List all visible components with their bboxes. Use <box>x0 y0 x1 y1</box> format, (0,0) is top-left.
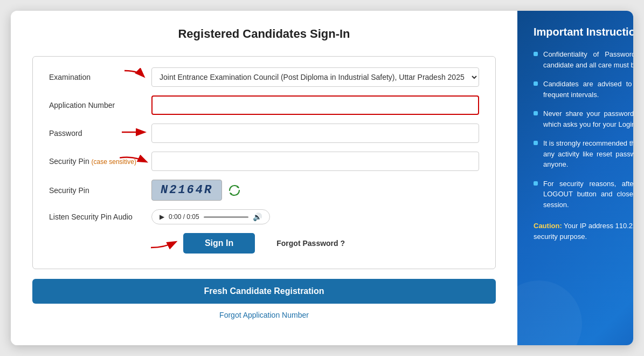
security-pin-input-row: Security Pin (case sensitive) <box>49 152 479 171</box>
instruction-item-2: Candidates are advised to keep changing … <box>534 79 633 100</box>
audio-progress-bar[interactable] <box>204 216 248 218</box>
main-container: Registered Candidates Sign-In Examinatio… <box>11 11 633 345</box>
security-pin-input[interactable] <box>151 152 479 171</box>
caution-label: Caution: <box>534 222 562 230</box>
examination-row: Examination Joint Entrance Examination C… <box>49 67 479 87</box>
audio-player: ▶ 0:00 / 0:05 🔊 <box>151 209 270 224</box>
captcha-image: N2164R <box>151 180 222 201</box>
examination-label: Examination <box>49 73 151 81</box>
play-button[interactable]: ▶ <box>160 213 164 221</box>
instruction-item-4: It is strongly recommended that the OTP … <box>534 138 633 170</box>
caution-box: Caution: Your IP address 110.226.200.231… <box>534 221 633 242</box>
bullet-icon-1 <box>534 52 538 56</box>
signin-button[interactable]: Sign In <box>183 233 255 254</box>
page-title: Registered Candidates Sign-In <box>32 27 496 41</box>
refresh-captcha-button[interactable] <box>227 183 241 197</box>
application-number-row: Application Number <box>49 95 479 115</box>
security-pin-display-row: Security Pin N2164R <box>49 180 479 201</box>
bullet-icon-4 <box>534 141 538 145</box>
password-label: Password <box>49 129 151 138</box>
password-input[interactable] <box>151 124 479 143</box>
bullet-icon-2 <box>534 81 538 86</box>
volume-icon: 🔊 <box>253 213 262 221</box>
security-pin-input-label: Security Pin (case sensitive) <box>49 157 151 166</box>
sign-in-form: Examination Joint Entrance Examination C… <box>32 56 496 269</box>
application-number-input[interactable] <box>151 95 479 115</box>
listen-audio-row: Listen Security Pin Audio ▶ 0:00 / 0:05 … <box>49 209 479 224</box>
bullet-icon-3 <box>534 111 538 115</box>
instruction-item-5: For security reasons, after finishing yo… <box>534 179 633 210</box>
instructions-title: Important Instructions <box>534 26 633 38</box>
application-number-label: Application Number <box>49 101 151 109</box>
left-panel: Registered Candidates Sign-In Examinatio… <box>11 11 517 345</box>
examination-select[interactable]: Joint Entrance Examination Council (Post… <box>151 67 479 87</box>
bullet-icon-5 <box>534 181 538 186</box>
security-pin-display-label: Security Pin <box>49 186 151 195</box>
listen-audio-label: Listen Security Pin Audio <box>49 213 151 221</box>
fresh-registration-button[interactable]: Fresh Candidate Registration <box>32 279 496 304</box>
arrow-signin <box>148 234 181 252</box>
audio-time: 0:00 / 0:05 <box>169 213 199 221</box>
right-panel: Important Instructions Confidentiality o… <box>517 11 633 345</box>
signin-row: Sign In Forgot Password ? <box>49 233 479 254</box>
security-pin-display: N2164R <box>151 180 241 201</box>
forgot-appno-link[interactable]: Forgot Application Number <box>219 311 309 319</box>
forgot-password-link[interactable]: Forgot Password ? <box>276 239 345 248</box>
password-row: Password <box>49 124 479 143</box>
instructions-list: Confidentiality of Password is solely re… <box>534 49 633 210</box>
instruction-item-1: Confidentiality of Password is solely re… <box>534 49 633 70</box>
instruction-item-3: Never share your password and do not res… <box>534 108 633 129</box>
